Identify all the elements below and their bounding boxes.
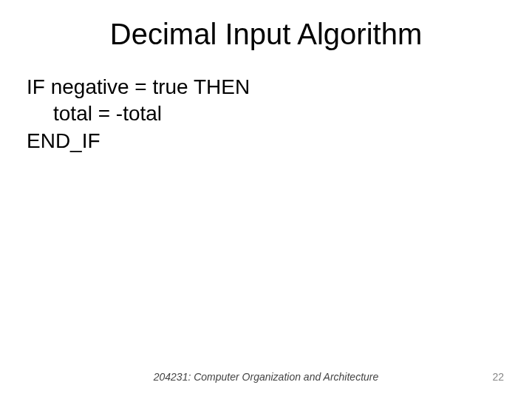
slide-title: Decimal Input Algorithm	[0, 18, 532, 51]
slide-body: IF negative = true THEN total = -total E…	[27, 74, 505, 154]
code-line-3: END_IF	[27, 128, 505, 154]
page-number: 22	[492, 371, 504, 383]
footer-text: 204231: Computer Organization and Archit…	[0, 371, 532, 383]
code-line-1: IF negative = true THEN	[27, 74, 505, 100]
slide: Decimal Input Algorithm IF negative = tr…	[0, 0, 532, 399]
code-line-2: total = -total	[27, 100, 505, 127]
